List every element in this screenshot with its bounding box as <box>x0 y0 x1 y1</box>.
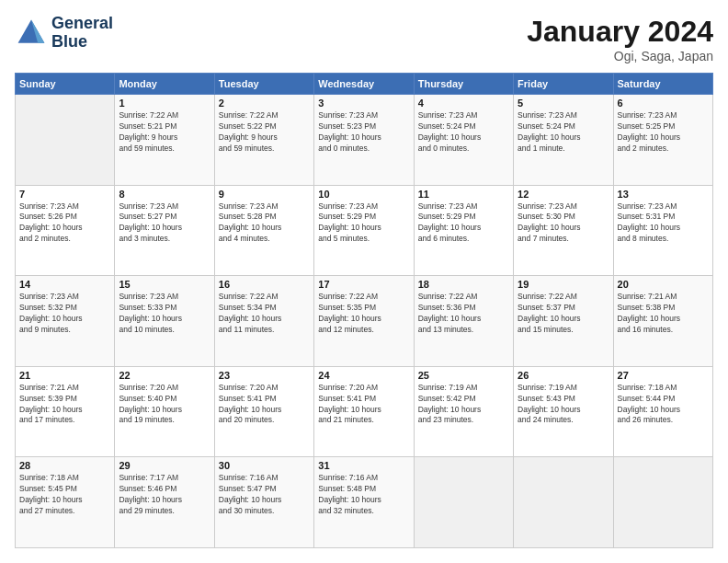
day-number: 12 <box>518 189 609 200</box>
calendar-cell: 19Sunrise: 7:22 AMSunset: 5:37 PMDayligh… <box>514 276 613 367</box>
col-sunday: Sunday <box>16 74 115 95</box>
col-tuesday: Tuesday <box>214 74 313 95</box>
calendar-cell: 28Sunrise: 7:18 AMSunset: 5:45 PMDayligh… <box>16 457 115 548</box>
day-info: Sunrise: 7:22 AMSunset: 5:35 PMDaylight:… <box>318 292 409 336</box>
calendar-cell: 7Sunrise: 7:23 AMSunset: 5:26 PMDaylight… <box>16 185 115 276</box>
day-info: Sunrise: 7:22 AMSunset: 5:34 PMDaylight:… <box>219 292 310 336</box>
day-info: Sunrise: 7:23 AMSunset: 5:26 PMDaylight:… <box>19 201 110 246</box>
week-row-2: 7Sunrise: 7:23 AMSunset: 5:26 PMDaylight… <box>16 185 713 276</box>
calendar-cell <box>16 95 115 186</box>
day-info: Sunrise: 7:18 AMSunset: 5:44 PMDaylight:… <box>618 383 709 427</box>
calendar-cell: 13Sunrise: 7:23 AMSunset: 5:31 PMDayligh… <box>613 185 712 276</box>
day-number: 25 <box>418 370 509 381</box>
day-info: Sunrise: 7:16 AMSunset: 5:47 PMDaylight:… <box>219 473 310 517</box>
day-info: Sunrise: 7:19 AMSunset: 5:43 PMDaylight:… <box>518 383 609 427</box>
day-info: Sunrise: 7:17 AMSunset: 5:46 PMDaylight:… <box>119 473 210 517</box>
calendar-cell <box>414 457 513 548</box>
day-info: Sunrise: 7:23 AMSunset: 5:29 PMDaylight:… <box>418 201 509 246</box>
day-number: 31 <box>318 460 409 471</box>
day-number: 23 <box>219 370 310 381</box>
day-info: Sunrise: 7:20 AMSunset: 5:40 PMDaylight:… <box>119 383 210 427</box>
day-number: 9 <box>219 189 310 200</box>
day-info: Sunrise: 7:23 AMSunset: 5:33 PMDaylight:… <box>119 292 210 336</box>
calendar-cell: 21Sunrise: 7:21 AMSunset: 5:39 PMDayligh… <box>16 366 115 457</box>
day-info: Sunrise: 7:19 AMSunset: 5:42 PMDaylight:… <box>418 383 509 427</box>
day-number: 11 <box>418 189 509 200</box>
day-number: 8 <box>119 189 210 200</box>
calendar-cell: 17Sunrise: 7:22 AMSunset: 5:35 PMDayligh… <box>314 276 414 367</box>
week-row-5: 28Sunrise: 7:18 AMSunset: 5:45 PMDayligh… <box>16 457 713 548</box>
calendar-cell: 27Sunrise: 7:18 AMSunset: 5:44 PMDayligh… <box>613 366 712 457</box>
calendar-cell: 8Sunrise: 7:23 AMSunset: 5:27 PMDaylight… <box>115 185 214 276</box>
main-title: January 2024 <box>527 15 713 49</box>
subtitle: Ogi, Saga, Japan <box>527 49 713 63</box>
logo-line2: Blue <box>51 33 113 52</box>
day-number: 18 <box>418 279 509 290</box>
day-number: 26 <box>518 370 609 381</box>
calendar-cell: 1Sunrise: 7:22 AMSunset: 5:21 PMDaylight… <box>115 95 214 186</box>
calendar-cell: 26Sunrise: 7:19 AMSunset: 5:43 PMDayligh… <box>514 366 613 457</box>
day-number: 24 <box>318 370 409 381</box>
day-number: 17 <box>318 279 409 290</box>
week-row-4: 21Sunrise: 7:21 AMSunset: 5:39 PMDayligh… <box>16 366 713 457</box>
day-info: Sunrise: 7:23 AMSunset: 5:24 PMDaylight:… <box>418 110 509 155</box>
calendar-cell <box>514 457 613 548</box>
calendar-cell: 31Sunrise: 7:16 AMSunset: 5:48 PMDayligh… <box>314 457 414 548</box>
day-info: Sunrise: 7:23 AMSunset: 5:31 PMDaylight:… <box>618 201 709 246</box>
calendar-cell: 25Sunrise: 7:19 AMSunset: 5:42 PMDayligh… <box>414 366 513 457</box>
col-wednesday: Wednesday <box>314 74 414 95</box>
day-number: 19 <box>518 279 609 290</box>
day-info: Sunrise: 7:22 AMSunset: 5:36 PMDaylight:… <box>418 292 509 336</box>
col-monday: Monday <box>115 74 214 95</box>
day-number: 15 <box>119 279 210 290</box>
calendar-cell: 23Sunrise: 7:20 AMSunset: 5:41 PMDayligh… <box>214 366 313 457</box>
day-number: 22 <box>119 370 210 381</box>
calendar-cell: 15Sunrise: 7:23 AMSunset: 5:33 PMDayligh… <box>115 276 214 367</box>
day-info: Sunrise: 7:23 AMSunset: 5:27 PMDaylight:… <box>119 201 210 246</box>
logo-text: General Blue <box>51 15 113 52</box>
calendar-cell: 5Sunrise: 7:23 AMSunset: 5:24 PMDaylight… <box>514 95 613 186</box>
day-number: 5 <box>518 98 609 109</box>
logo-icon <box>15 17 48 50</box>
calendar-cell: 10Sunrise: 7:23 AMSunset: 5:29 PMDayligh… <box>314 185 414 276</box>
day-info: Sunrise: 7:20 AMSunset: 5:41 PMDaylight:… <box>318 383 409 427</box>
day-number: 21 <box>19 370 110 381</box>
day-number: 28 <box>19 460 110 471</box>
header: General Blue January 2024 Ogi, Saga, Jap… <box>15 15 713 63</box>
day-number: 4 <box>418 98 509 109</box>
day-info: Sunrise: 7:23 AMSunset: 5:24 PMDaylight:… <box>518 110 609 155</box>
day-info: Sunrise: 7:23 AMSunset: 5:28 PMDaylight:… <box>219 201 310 246</box>
calendar-cell: 9Sunrise: 7:23 AMSunset: 5:28 PMDaylight… <box>214 185 313 276</box>
day-number: 13 <box>618 189 709 200</box>
day-info: Sunrise: 7:23 AMSunset: 5:23 PMDaylight:… <box>318 110 409 155</box>
calendar-cell: 30Sunrise: 7:16 AMSunset: 5:47 PMDayligh… <box>214 457 313 548</box>
calendar-cell: 12Sunrise: 7:23 AMSunset: 5:30 PMDayligh… <box>514 185 613 276</box>
day-info: Sunrise: 7:22 AMSunset: 5:37 PMDaylight:… <box>518 292 609 336</box>
col-friday: Friday <box>514 74 613 95</box>
day-number: 3 <box>318 98 409 109</box>
calendar-cell: 14Sunrise: 7:23 AMSunset: 5:32 PMDayligh… <box>16 276 115 367</box>
day-info: Sunrise: 7:23 AMSunset: 5:29 PMDaylight:… <box>318 201 409 246</box>
calendar-cell: 4Sunrise: 7:23 AMSunset: 5:24 PMDaylight… <box>414 95 513 186</box>
day-info: Sunrise: 7:22 AMSunset: 5:22 PMDaylight:… <box>219 110 310 155</box>
calendar-header-row: Sunday Monday Tuesday Wednesday Thursday… <box>16 74 713 95</box>
calendar-cell: 22Sunrise: 7:20 AMSunset: 5:40 PMDayligh… <box>115 366 214 457</box>
calendar-cell <box>613 457 712 548</box>
week-row-3: 14Sunrise: 7:23 AMSunset: 5:32 PMDayligh… <box>16 276 713 367</box>
col-saturday: Saturday <box>613 74 712 95</box>
day-info: Sunrise: 7:22 AMSunset: 5:21 PMDaylight:… <box>119 110 210 155</box>
day-info: Sunrise: 7:16 AMSunset: 5:48 PMDaylight:… <box>318 473 409 517</box>
logo: General Blue <box>15 15 113 52</box>
week-row-1: 1Sunrise: 7:22 AMSunset: 5:21 PMDaylight… <box>16 95 713 186</box>
day-info: Sunrise: 7:23 AMSunset: 5:30 PMDaylight:… <box>518 201 609 246</box>
day-info: Sunrise: 7:23 AMSunset: 5:25 PMDaylight:… <box>618 110 709 155</box>
day-info: Sunrise: 7:23 AMSunset: 5:32 PMDaylight:… <box>19 292 110 336</box>
day-number: 10 <box>318 189 409 200</box>
title-section: January 2024 Ogi, Saga, Japan <box>527 15 713 63</box>
day-number: 16 <box>219 279 310 290</box>
calendar-cell: 3Sunrise: 7:23 AMSunset: 5:23 PMDaylight… <box>314 95 414 186</box>
calendar-cell: 18Sunrise: 7:22 AMSunset: 5:36 PMDayligh… <box>414 276 513 367</box>
calendar-cell: 11Sunrise: 7:23 AMSunset: 5:29 PMDayligh… <box>414 185 513 276</box>
day-info: Sunrise: 7:21 AMSunset: 5:39 PMDaylight:… <box>19 383 110 427</box>
day-info: Sunrise: 7:20 AMSunset: 5:41 PMDaylight:… <box>219 383 310 427</box>
